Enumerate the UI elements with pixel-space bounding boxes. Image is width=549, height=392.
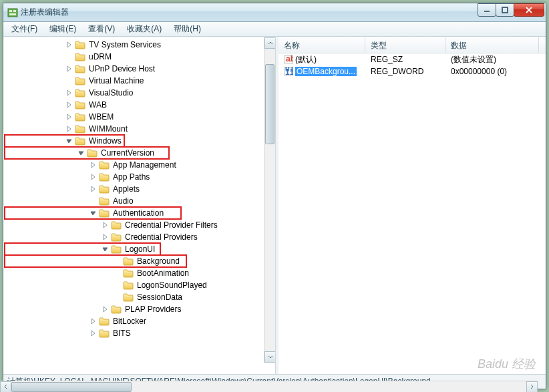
values-header[interactable]: 名称类型数据: [279, 37, 546, 53]
tree-label: Virtual Machine: [87, 76, 146, 85]
window-controls: [478, 3, 544, 17]
tree-item[interactable]: Credential Providers: [5, 231, 275, 243]
folder-icon: [123, 292, 134, 302]
registry-tree[interactable]: TV System ServicesuDRMUPnP Device HostVi…: [3, 37, 275, 341]
tree-label: App Paths: [112, 172, 151, 182]
expand-icon[interactable]: [65, 100, 74, 110]
expand-icon[interactable]: [89, 160, 98, 170]
tree-item[interactable]: Authentication: [5, 207, 181, 219]
folder-icon: [75, 40, 85, 49]
column-header[interactable]: 数据: [445, 37, 539, 53]
tree-item[interactable]: App Management: [5, 159, 275, 171]
tree-label: Background: [136, 256, 181, 266]
tree-item[interactable]: Applets: [5, 183, 275, 195]
tree-vscroll-thumb[interactable]: [265, 64, 274, 144]
tree-item[interactable]: WAB: [5, 99, 275, 111]
tree-item[interactable]: SessionData: [5, 291, 275, 303]
expand-icon[interactable]: [65, 88, 74, 97]
folder-icon: [99, 329, 110, 338]
expand-icon[interactable]: [89, 172, 98, 182]
tree-item[interactable]: WBEM: [5, 111, 275, 123]
expand-icon[interactable]: [89, 317, 98, 326]
scroll-up-button[interactable]: [264, 37, 276, 49]
tree-label: uDRM: [87, 52, 113, 61]
tree-vscrollbar[interactable]: [264, 37, 275, 363]
tree-item[interactable]: Credential Provider Filters: [5, 219, 275, 231]
tree-item[interactable]: Background: [5, 255, 186, 267]
expand-icon[interactable]: [101, 305, 110, 314]
svg-text:110: 110: [285, 67, 293, 76]
tree-label: Credential Providers: [124, 232, 199, 242]
tree-item[interactable]: App Paths: [5, 171, 275, 183]
tree-item[interactable]: UPnP Device Host: [5, 63, 275, 75]
collapse-icon[interactable]: [101, 244, 110, 254]
menu-0[interactable]: 文件(F): [6, 22, 43, 36]
folder-icon: [75, 88, 85, 97]
expand-icon[interactable]: [65, 40, 74, 49]
folder-icon: [75, 64, 85, 73]
tree-label: WAB: [87, 100, 108, 110]
menu-2[interactable]: 查看(V): [83, 22, 120, 36]
scroll-down-button[interactable]: [264, 351, 276, 363]
tree-item[interactable]: LogonUI: [5, 243, 160, 255]
tree-item[interactable]: uDRM: [5, 51, 275, 63]
tree-item[interactable]: Audio: [5, 195, 275, 207]
expand-icon[interactable]: [65, 112, 74, 122]
folder-icon: [75, 124, 85, 134]
menu-4[interactable]: 帮助(H): [168, 22, 206, 36]
expand-icon[interactable]: [65, 64, 74, 73]
tree-item[interactable]: VisualStudio: [5, 87, 275, 99]
chevron-down-icon: [268, 355, 273, 360]
folder-icon: [99, 184, 110, 194]
value-row[interactable]: ab(默认)REG_SZ(数值未设置): [279, 53, 546, 65]
tree-item[interactable]: BootAnimation: [5, 267, 275, 279]
tree-label: App Management: [112, 160, 178, 170]
value-cell: 011110OEMBackgrou...: [279, 66, 365, 77]
folder-icon: [75, 76, 85, 85]
expand-icon[interactable]: [89, 329, 98, 338]
svg-rect-0: [8, 9, 17, 17]
svg-rect-5: [502, 7, 508, 13]
folder-icon: [99, 196, 110, 206]
tree-label: WBEM: [87, 112, 115, 122]
tree-item[interactable]: TV System Services: [5, 39, 275, 51]
tree-label: PLAP Providers: [124, 305, 183, 314]
tree-item[interactable]: Windows: [5, 135, 124, 147]
folder-icon: [75, 100, 85, 110]
expand-icon[interactable]: [101, 232, 110, 242]
expand-icon[interactable]: [101, 220, 110, 230]
value-row[interactable]: 011110OEMBackgrou...REG_DWORD0x00000000 …: [279, 65, 546, 77]
collapse-icon[interactable]: [89, 208, 98, 218]
tree-item[interactable]: PLAP Providers: [5, 303, 275, 315]
tree-item[interactable]: BITS: [5, 327, 275, 339]
close-button[interactable]: [514, 3, 544, 17]
expand-icon[interactable]: [65, 124, 74, 134]
tree-label: CurrentVersion: [100, 148, 156, 158]
folder-icon: [87, 148, 98, 158]
tree-item[interactable]: WIMMount: [5, 123, 275, 135]
collapse-icon[interactable]: [65, 136, 74, 146]
tree-panel[interactable]: TV System ServicesuDRMUPnP Device HostVi…: [3, 37, 276, 374]
tree-item[interactable]: CurrentVersion: [5, 147, 169, 159]
maximize-button[interactable]: [496, 3, 514, 17]
folder-icon: [75, 52, 85, 61]
values-panel: 名称类型数据 ab(默认)REG_SZ(数值未设置)011110OEMBackg…: [279, 37, 546, 374]
tree-label: TV System Services: [87, 40, 162, 49]
tree-label: SessionData: [136, 292, 184, 302]
collapse-icon[interactable]: [77, 148, 86, 158]
titlebar[interactable]: 注册表编辑器: [3, 3, 546, 22]
svg-text:ab: ab: [286, 55, 293, 63]
tree-label: VisualStudio: [87, 88, 135, 97]
values-list[interactable]: ab(默认)REG_SZ(数值未设置)011110OEMBackgrou...R…: [279, 53, 546, 374]
column-header[interactable]: 类型: [365, 37, 445, 53]
tree-item[interactable]: Virtual Machine: [5, 75, 275, 87]
tree-label: BitLocker: [112, 317, 148, 326]
tree-item[interactable]: LogonSoundPlayed: [5, 279, 275, 291]
tree-item[interactable]: BitLocker: [5, 315, 275, 327]
minimize-button[interactable]: [478, 3, 496, 17]
menu-3[interactable]: 收藏夹(A): [122, 22, 167, 36]
menu-1[interactable]: 编辑(E): [44, 22, 81, 36]
value-cell: REG_DWORD: [365, 66, 445, 77]
expand-icon[interactable]: [89, 184, 98, 194]
column-header[interactable]: 名称: [279, 37, 365, 53]
